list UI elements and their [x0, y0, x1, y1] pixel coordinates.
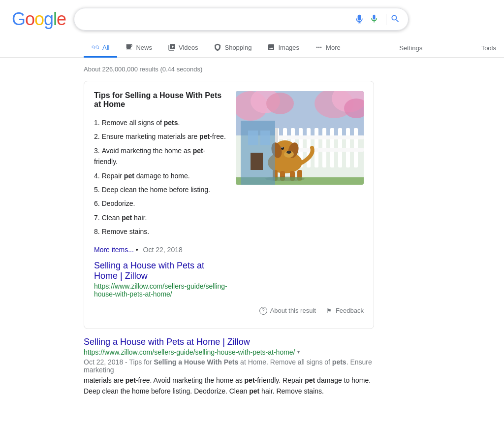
- more-dots-icon: [315, 43, 323, 51]
- list-item: 5.Deep clean the home before listing.: [94, 183, 228, 197]
- flag-icon: ⚑: [326, 307, 333, 314]
- tab-videos-label: Videos: [179, 44, 198, 51]
- feedback-row: ? About this result ⚑ Feedback: [94, 303, 364, 319]
- tab-shopping[interactable]: Shopping: [206, 38, 259, 58]
- search-input[interactable]: selling a house with pets: [82, 15, 349, 24]
- tools-button[interactable]: Tools: [473, 39, 504, 57]
- tab-more[interactable]: More: [307, 38, 348, 58]
- search-submit-icon[interactable]: [386, 14, 400, 25]
- about-result-button[interactable]: ? About this result: [259, 307, 316, 315]
- snippet-date: Oct 22, 2018: [143, 246, 183, 254]
- svg-rect-41: [251, 153, 263, 170]
- tab-shopping-label: Shopping: [224, 44, 252, 51]
- microphone-icon[interactable]: 🎤: [354, 14, 364, 25]
- video-icon: [168, 43, 176, 51]
- featured-list: 1.Remove all signs of pets. 2.Ensure mar…: [94, 116, 228, 239]
- results-area: About 226,000,000 results (0.44 seconds)…: [0, 58, 374, 404]
- second-result-snippet: materials are pet-free. Avoid marketing …: [84, 375, 374, 397]
- bullet-separator: •: [136, 246, 140, 254]
- results-count: About 226,000,000 results (0.44 seconds): [84, 66, 374, 73]
- svg-point-30: [281, 147, 284, 150]
- list-item: 4.Repair pet damage to home.: [94, 169, 228, 183]
- google-logo[interactable]: Google: [12, 9, 66, 30]
- svg-point-29: [286, 151, 291, 154]
- url-dropdown-arrow[interactable]: ▾: [297, 349, 300, 355]
- list-item: 6.Deodorize.: [94, 197, 228, 210]
- feedback-button[interactable]: ⚑ Feedback: [326, 307, 364, 314]
- svg-point-5: [266, 93, 294, 114]
- info-icon: ?: [259, 307, 267, 315]
- shopping-icon: [214, 43, 221, 51]
- svg-rect-39: [248, 131, 258, 145]
- svg-rect-40: [260, 131, 270, 145]
- svg-rect-21: [275, 135, 364, 139]
- more-items-row: More items... • Oct 22, 2018: [94, 246, 228, 254]
- tab-images[interactable]: Images: [259, 38, 307, 58]
- list-item: 8.Remove stains.: [94, 225, 228, 238]
- second-result: Selling a House with Pets at Home | Zill…: [84, 333, 374, 397]
- list-item: 3.Avoid marketing the home as pet-friend…: [94, 144, 228, 169]
- tab-all[interactable]: All: [84, 38, 117, 58]
- mic-icon[interactable]: [369, 13, 379, 26]
- featured-title: Tips for Selling a House With Pets at Ho…: [94, 91, 228, 109]
- list-item: 1.Remove all signs of pets.: [94, 116, 228, 130]
- search-bar: selling a house with pets 🎤: [74, 8, 409, 31]
- header: Google selling a house with pets 🎤: [0, 0, 504, 31]
- images-icon: [267, 43, 275, 51]
- featured-result-title-link[interactable]: Selling a House with Pets at Home | Zill…: [94, 261, 228, 281]
- tab-news[interactable]: News: [117, 38, 160, 58]
- tab-more-label: More: [326, 44, 341, 51]
- feedback-label: Feedback: [336, 307, 364, 314]
- second-result-title[interactable]: Selling a House with Pets at Home | Zill…: [84, 337, 374, 347]
- featured-content: Tips for Selling a House With Pets at Ho…: [94, 91, 364, 298]
- second-result-meta: Oct 22, 2018 - Tips for Selling a House …: [84, 358, 374, 374]
- all-search-icon: [92, 43, 99, 51]
- search-tabs: All News Videos Shopping: [0, 34, 504, 58]
- tab-videos[interactable]: Videos: [160, 38, 206, 58]
- tab-images-label: Images: [278, 44, 299, 51]
- featured-snippet-card: Tips for Selling a House With Pets at Ho…: [84, 81, 374, 329]
- tab-news-label: News: [136, 44, 152, 51]
- featured-result-url: https://www.zillow.com/sellers-guide/sel…: [94, 282, 228, 298]
- second-result-url: https://www.zillow.com/sellers-guide/sel…: [84, 348, 295, 356]
- list-item: 2.Ensure marketing materials are pet-fre…: [94, 130, 228, 143]
- second-result-url-row: https://www.zillow.com/sellers-guide/sel…: [84, 348, 374, 356]
- featured-text: Tips for Selling a House With Pets at Ho…: [94, 91, 228, 298]
- more-items-link[interactable]: More items...: [94, 246, 134, 254]
- svg-point-31: [282, 147, 283, 148]
- tab-all-label: All: [102, 44, 109, 51]
- about-result-label: About this result: [270, 307, 316, 314]
- featured-image: [236, 91, 364, 185]
- list-item: 7.Clean pet hair.: [94, 211, 228, 225]
- settings-button[interactable]: Settings: [391, 39, 430, 57]
- news-icon: [125, 43, 133, 51]
- search-bar-container: selling a house with pets 🎤: [74, 8, 409, 31]
